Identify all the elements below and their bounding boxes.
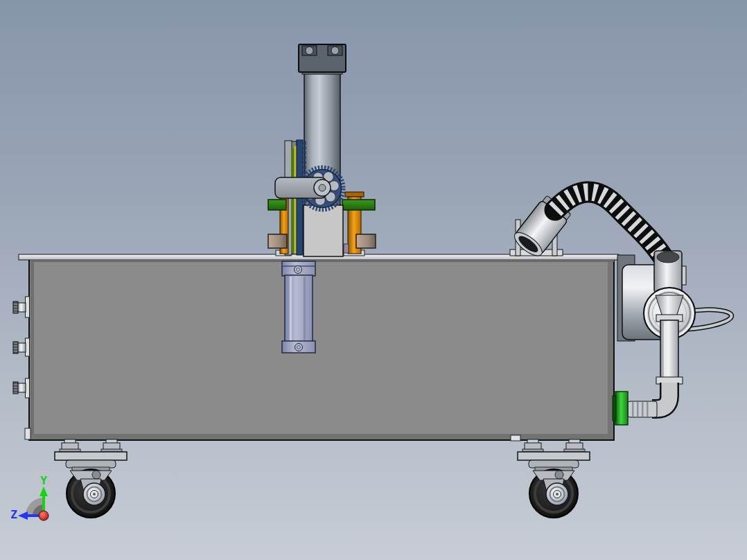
tan-spring-seat[interactable]: [356, 234, 376, 248]
z-axis-arrow: [18, 511, 28, 520]
y-axis-arrow: [39, 487, 48, 496]
cylinder-screw: [295, 344, 303, 351]
deck-shadow: [30, 260, 614, 262]
tank-fitting-ring: [613, 396, 616, 421]
tank-fitting-green[interactable]: [615, 392, 628, 425]
y-axis-label: Y: [40, 474, 47, 487]
side-knobs[interactable]: [13, 297, 30, 398]
cap-bolt: [306, 47, 313, 55]
cylinder-screw: [295, 266, 302, 274]
green-guide-plate[interactable]: [268, 200, 286, 210]
orientation-triad[interactable]: Y Z: [10, 474, 49, 521]
knurled-knob[interactable]: [13, 382, 18, 394]
cad-viewport: Y Z: [0, 0, 747, 560]
knurled-knob[interactable]: [13, 301, 18, 313]
green-strip: [291, 148, 294, 252]
equipment-cabinet[interactable]: [25, 259, 614, 441]
flexible-hose[interactable]: [555, 192, 666, 262]
cad-scene: Y Z: [0, 0, 747, 560]
z-axis-label: Z: [10, 508, 17, 521]
tan-spring-seat[interactable]: [268, 234, 287, 248]
cabinet-corner-tab: [25, 428, 30, 439]
caster-rear[interactable]: [518, 439, 590, 518]
slider-block[interactable]: [304, 205, 343, 256]
cabinet-bottom-bracket: [511, 435, 520, 441]
cap-bolt: [331, 47, 339, 55]
purple-spacer: [344, 244, 349, 253]
pump-assembly[interactable]: [613, 251, 732, 425]
triad-origin: [39, 511, 49, 520]
green-guide-plate[interactable]: [342, 200, 375, 210]
knurled-knob[interactable]: [13, 342, 18, 353]
caster-front[interactable]: [55, 439, 127, 518]
rack-pinion-assembly[interactable]: [268, 44, 376, 256]
inlet-opening: [657, 252, 679, 263]
lift-cylinder[interactable]: [282, 261, 315, 353]
drain-pipe[interactable]: [660, 320, 678, 379]
